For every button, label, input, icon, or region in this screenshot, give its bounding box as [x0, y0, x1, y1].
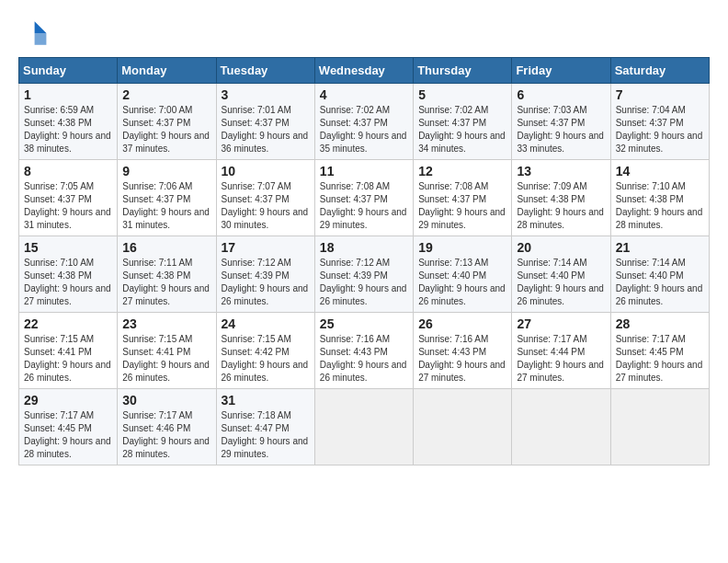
day-info: Sunrise: 7:15 AMSunset: 4:41 PMDaylight:…: [122, 333, 210, 385]
day-info: Sunrise: 7:14 AMSunset: 4:40 PMDaylight:…: [616, 257, 704, 308]
day-number: 27: [517, 316, 605, 331]
day-number: 31: [222, 393, 310, 408]
day-info: Sunrise: 7:04 AMSunset: 4:37 PMDaylight:…: [616, 104, 704, 155]
day-info: Sunrise: 7:18 AMSunset: 4:47 PMDaylight:…: [222, 409, 310, 461]
day-number: 14: [616, 164, 704, 178]
day-info: Sunrise: 7:15 AMSunset: 4:41 PMDaylight:…: [24, 333, 112, 385]
calendar-day-cell: 14Sunrise: 7:10 AMSunset: 4:38 PMDayligh…: [610, 160, 709, 236]
calendar-day-cell: 30Sunrise: 7:17 AMSunset: 4:46 PMDayligh…: [118, 389, 216, 465]
weekday-header: Saturday: [610, 58, 709, 84]
calendar-day-cell: 26Sunrise: 7:16 AMSunset: 4:43 PMDayligh…: [414, 313, 512, 389]
day-number: 9: [122, 164, 210, 178]
day-number: 12: [418, 164, 506, 178]
logo-icon: [18, 18, 48, 48]
day-number: 18: [320, 240, 408, 255]
calendar-week-row: 1Sunrise: 6:59 AMSunset: 4:38 PMDaylight…: [19, 84, 710, 160]
day-number: 24: [222, 316, 310, 331]
svg-marker-1: [35, 33, 47, 45]
day-number: 10: [222, 164, 310, 178]
calendar-day-cell: 5Sunrise: 7:02 AMSunset: 4:37 PMDaylight…: [414, 84, 512, 160]
day-info: Sunrise: 7:01 AMSunset: 4:37 PMDaylight:…: [222, 104, 310, 155]
day-number: 28: [616, 316, 704, 331]
calendar-day-cell: 11Sunrise: 7:08 AMSunset: 4:37 PMDayligh…: [314, 160, 413, 236]
day-info: Sunrise: 7:17 AMSunset: 4:45 PMDaylight:…: [616, 333, 704, 385]
day-info: Sunrise: 7:15 AMSunset: 4:42 PMDaylight:…: [222, 333, 310, 385]
day-number: 7: [616, 87, 704, 102]
calendar-day-cell: 27Sunrise: 7:17 AMSunset: 4:44 PMDayligh…: [512, 313, 610, 389]
day-info: Sunrise: 7:12 AMSunset: 4:39 PMDaylight:…: [320, 257, 408, 308]
day-info: Sunrise: 7:17 AMSunset: 4:45 PMDaylight:…: [24, 409, 112, 461]
day-number: 25: [320, 316, 408, 331]
day-number: 1: [24, 87, 112, 102]
weekday-header: Friday: [512, 58, 610, 84]
weekday-header: Sunday: [19, 58, 118, 84]
day-number: 8: [24, 164, 112, 178]
day-info: Sunrise: 7:00 AMSunset: 4:37 PMDaylight:…: [122, 104, 210, 155]
calendar-day-cell: 2Sunrise: 7:00 AMSunset: 4:37 PMDaylight…: [118, 84, 216, 160]
calendar-day-cell: [314, 389, 413, 465]
header: [18, 18, 710, 48]
logo: [18, 18, 51, 48]
header-row: SundayMondayTuesdayWednesdayThursdayFrid…: [19, 58, 710, 84]
calendar-day-cell: 18Sunrise: 7:12 AMSunset: 4:39 PMDayligh…: [314, 236, 413, 313]
day-info: Sunrise: 7:05 AMSunset: 4:37 PMDaylight:…: [24, 180, 112, 232]
day-info: Sunrise: 7:06 AMSunset: 4:37 PMDaylight:…: [122, 180, 210, 232]
day-info: Sunrise: 7:09 AMSunset: 4:38 PMDaylight:…: [517, 180, 605, 232]
calendar-day-cell: 20Sunrise: 7:14 AMSunset: 4:40 PMDayligh…: [512, 236, 610, 313]
calendar-day-cell: 15Sunrise: 7:10 AMSunset: 4:38 PMDayligh…: [19, 236, 118, 313]
day-info: Sunrise: 7:02 AMSunset: 4:37 PMDaylight:…: [418, 104, 506, 155]
calendar-day-cell: 19Sunrise: 7:13 AMSunset: 4:40 PMDayligh…: [414, 236, 512, 313]
day-info: Sunrise: 7:08 AMSunset: 4:37 PMDaylight:…: [320, 180, 408, 232]
day-info: Sunrise: 7:12 AMSunset: 4:39 PMDaylight:…: [222, 257, 310, 308]
day-info: Sunrise: 7:17 AMSunset: 4:46 PMDaylight:…: [122, 409, 210, 461]
calendar-day-cell: 29Sunrise: 7:17 AMSunset: 4:45 PMDayligh…: [19, 389, 118, 465]
day-info: Sunrise: 7:10 AMSunset: 4:38 PMDaylight:…: [616, 180, 704, 232]
day-info: Sunrise: 7:13 AMSunset: 4:40 PMDaylight:…: [418, 257, 506, 308]
day-info: Sunrise: 7:14 AMSunset: 4:40 PMDaylight:…: [517, 257, 605, 308]
day-number: 16: [122, 240, 210, 255]
day-info: Sunrise: 7:16 AMSunset: 4:43 PMDaylight:…: [320, 333, 408, 385]
day-info: Sunrise: 7:10 AMSunset: 4:38 PMDaylight:…: [24, 257, 112, 308]
day-info: Sunrise: 6:59 AMSunset: 4:38 PMDaylight:…: [24, 104, 112, 155]
calendar-day-cell: [512, 389, 610, 465]
calendar-day-cell: 1Sunrise: 6:59 AMSunset: 4:38 PMDaylight…: [19, 84, 118, 160]
calendar-day-cell: 24Sunrise: 7:15 AMSunset: 4:42 PMDayligh…: [216, 313, 314, 389]
day-number: 26: [418, 316, 506, 331]
day-number: 5: [418, 87, 506, 102]
day-info: Sunrise: 7:17 AMSunset: 4:44 PMDaylight:…: [517, 333, 605, 385]
calendar-day-cell: 22Sunrise: 7:15 AMSunset: 4:41 PMDayligh…: [19, 313, 118, 389]
day-number: 19: [418, 240, 506, 255]
day-number: 29: [24, 393, 112, 408]
day-number: 30: [122, 393, 210, 408]
calendar-table: SundayMondayTuesdayWednesdayThursdayFrid…: [18, 57, 710, 465]
day-number: 23: [122, 316, 210, 331]
calendar-day-cell: [610, 389, 709, 465]
calendar-day-cell: 8Sunrise: 7:05 AMSunset: 4:37 PMDaylight…: [19, 160, 118, 236]
calendar-day-cell: 21Sunrise: 7:14 AMSunset: 4:40 PMDayligh…: [610, 236, 709, 313]
calendar-day-cell: 7Sunrise: 7:04 AMSunset: 4:37 PMDaylight…: [610, 84, 709, 160]
calendar-day-cell: 12Sunrise: 7:08 AMSunset: 4:37 PMDayligh…: [414, 160, 512, 236]
calendar-day-cell: 25Sunrise: 7:16 AMSunset: 4:43 PMDayligh…: [314, 313, 413, 389]
day-number: 4: [320, 87, 408, 102]
weekday-header: Monday: [118, 58, 216, 84]
calendar-body: 1Sunrise: 6:59 AMSunset: 4:38 PMDaylight…: [19, 84, 710, 465]
calendar-day-cell: 4Sunrise: 7:02 AMSunset: 4:37 PMDaylight…: [314, 84, 413, 160]
weekday-header: Wednesday: [314, 58, 413, 84]
day-number: 17: [222, 240, 310, 255]
day-number: 6: [517, 87, 605, 102]
day-number: 2: [122, 87, 210, 102]
calendar-week-row: 8Sunrise: 7:05 AMSunset: 4:37 PMDaylight…: [19, 160, 710, 236]
day-number: 3: [222, 87, 310, 102]
calendar-day-cell: 17Sunrise: 7:12 AMSunset: 4:39 PMDayligh…: [216, 236, 314, 313]
calendar-day-cell: 28Sunrise: 7:17 AMSunset: 4:45 PMDayligh…: [610, 313, 709, 389]
day-info: Sunrise: 7:11 AMSunset: 4:38 PMDaylight:…: [122, 257, 210, 308]
day-info: Sunrise: 7:02 AMSunset: 4:37 PMDaylight:…: [320, 104, 408, 155]
day-info: Sunrise: 7:08 AMSunset: 4:37 PMDaylight:…: [418, 180, 506, 232]
calendar-week-row: 29Sunrise: 7:17 AMSunset: 4:45 PMDayligh…: [19, 389, 710, 465]
svg-marker-0: [35, 21, 47, 33]
calendar-day-cell: 3Sunrise: 7:01 AMSunset: 4:37 PMDaylight…: [216, 84, 314, 160]
calendar-day-cell: 23Sunrise: 7:15 AMSunset: 4:41 PMDayligh…: [118, 313, 216, 389]
calendar-day-cell: [414, 389, 512, 465]
day-number: 13: [517, 164, 605, 178]
calendar-day-cell: 31Sunrise: 7:18 AMSunset: 4:47 PMDayligh…: [216, 389, 314, 465]
